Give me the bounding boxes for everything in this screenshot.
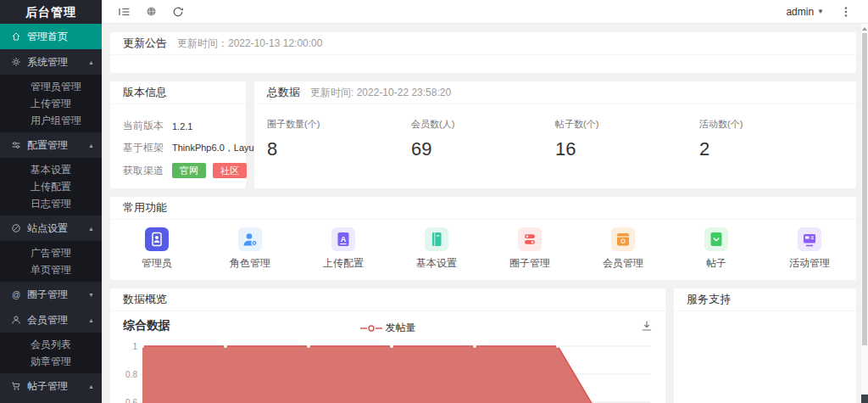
quick-item-circle-manage[interactable]: 圈子管理 — [483, 227, 576, 271]
quick-item-roles[interactable]: 角色管理 — [203, 227, 297, 271]
sidebar-subitem[interactable]: 上传管理 — [0, 95, 102, 112]
gear-icon — [11, 57, 21, 67]
upload-config-icon: A — [331, 227, 355, 251]
chart-title: 综合数据 — [123, 318, 170, 332]
quick-functions-card: 常用功能 管理员 角色管理 A 上传配置 基本设置 圈子管理 — [110, 197, 856, 280]
submenu-member: 会员列表 勋章管理 — [0, 333, 102, 373]
stat-label: 活动数(个) — [699, 118, 843, 131]
scrollbar-up-arrow-icon[interactable] — [862, 27, 867, 31]
sidebar-subitem[interactable]: 单页管理 — [0, 261, 102, 278]
overview-title: 数据概览 — [123, 292, 167, 307]
stat-members: 会员数(人) 69 — [411, 118, 555, 160]
sidebar-item-site[interactable]: 站点设置 — [0, 215, 102, 241]
quick-item-label: 圈子管理 — [509, 256, 550, 271]
version-row-value: 1.2.1 — [172, 121, 192, 132]
user-menu[interactable]: admin ▼ — [777, 6, 832, 18]
quick-item-label: 活动管理 — [789, 256, 830, 271]
sidebar-subitem[interactable]: 勋章管理 — [0, 353, 102, 370]
user-icon — [11, 315, 21, 325]
quick-item-label: 帖子 — [706, 256, 726, 271]
sidebar-item-config[interactable]: 配置管理 — [0, 132, 102, 158]
main-content: 更新公告 更新时间：2022-10-13 12:00:00 版本信息 当前版本 … — [102, 24, 856, 403]
topbar: admin ▼ — [102, 0, 868, 24]
sidebar-item-label: 系统管理 — [27, 55, 68, 70]
official-site-button[interactable]: 官网 — [172, 163, 206, 178]
submenu-site: 广告管理 单页管理 — [0, 241, 102, 282]
sidebar-subitem[interactable]: 广告管理 — [0, 244, 102, 261]
globe-icon — [146, 6, 157, 17]
compass-icon — [11, 223, 21, 233]
website-button[interactable] — [137, 0, 164, 23]
sidebar-subitem[interactable]: 日志管理 — [0, 195, 102, 212]
sidebar-subitem[interactable]: 用户组管理 — [0, 112, 102, 129]
channel-label: 获取渠道 — [123, 164, 164, 178]
post-box-icon — [704, 227, 728, 251]
member-card-icon — [611, 227, 635, 251]
community-button[interactable]: 社区 — [213, 163, 247, 178]
announcement-body — [110, 55, 856, 73]
activity-monitor-icon — [798, 227, 821, 251]
version-row-label: 当前版本 — [123, 119, 164, 133]
more-vertical-icon — [844, 6, 848, 18]
sidebar-item-label: 站点设置 — [27, 221, 68, 236]
quick-item-label: 上传配置 — [323, 256, 364, 271]
settings-book-icon — [425, 227, 448, 251]
vertical-scrollbar[interactable] — [861, 24, 868, 403]
download-chart-button[interactable] — [641, 320, 653, 334]
refresh-button[interactable] — [164, 0, 192, 23]
chevron-down-icon — [88, 292, 94, 298]
sidebar-item-circle[interactable]: @ 圈子管理 — [0, 282, 102, 307]
svg-text:1: 1 — [132, 342, 137, 351]
download-icon — [641, 320, 653, 332]
chevron-up-icon — [88, 143, 94, 148]
stat-label: 圈子数量(个) — [267, 118, 411, 131]
support-card: 服务支持 — [674, 288, 856, 403]
legend-item[interactable]: 发帖量 — [360, 321, 416, 335]
announcement-title: 更新公告 — [123, 36, 167, 51]
sidebar-item-home[interactable]: 管理首页 — [0, 24, 102, 49]
version-card: 版本信息 当前版本 1.2.1 基于框架 ThinkPhp6.0，Layui，M… — [110, 81, 246, 188]
stat-posts: 帖子数(个) 16 — [555, 118, 699, 160]
support-title: 服务支持 — [687, 292, 731, 307]
quick-item-member-manage[interactable]: 会员管理 — [576, 227, 670, 271]
cart-icon — [11, 381, 21, 391]
quick-item-upload-config[interactable]: A 上传配置 — [297, 227, 390, 271]
totals-title: 总数据 — [267, 85, 300, 100]
sidebar-item-system[interactable]: 系统管理 — [0, 49, 102, 75]
collapse-menu-button[interactable] — [110, 0, 137, 23]
quick-item-basic-settings[interactable]: 基本设置 — [390, 227, 483, 271]
sidebar-item-label: 管理首页 — [27, 30, 68, 44]
svg-text:0.8: 0.8 — [125, 370, 137, 379]
svg-text:A: A — [341, 235, 347, 243]
scrollbar-thumb[interactable] — [862, 33, 867, 345]
sidebar-subitem[interactable]: 会员列表 — [0, 336, 102, 353]
data-overview-card: 数据概览 综合数据 发帖量 00.20.40.60.81 — [110, 288, 665, 403]
quick-item-label: 管理员 — [142, 256, 172, 271]
quick-item-admin[interactable]: 管理员 — [110, 227, 203, 271]
sidebar-subitem[interactable]: 管理员管理 — [0, 78, 102, 95]
stat-value: 69 — [411, 138, 555, 160]
sidebar-subitem[interactable]: 上传配置 — [0, 178, 102, 195]
sidebar-item-label: 配置管理 — [27, 138, 68, 153]
sidebar-subitem[interactable]: 基本设置 — [0, 161, 102, 178]
sidebar-item-posts[interactable]: 帖子管理 — [0, 373, 102, 399]
quick-item-activity-manage[interactable]: 活动管理 — [763, 227, 856, 271]
username: admin — [786, 6, 814, 18]
more-menu-button[interactable] — [832, 0, 860, 23]
stat-value: 2 — [699, 138, 843, 160]
sliders-icon — [11, 140, 21, 150]
collapse-menu-icon — [118, 6, 131, 18]
stat-activities: 活动数(个) 2 — [699, 118, 843, 160]
legend-line-marker-icon — [360, 324, 382, 333]
chevron-up-icon — [88, 59, 94, 65]
overview-area-chart[interactable]: 00.20.40.60.81 — [123, 342, 653, 403]
sidebar: 后台管理 管理首页 系统管理 管理员管理 上传管理 用户组管理 配置管理 基本设… — [0, 0, 102, 403]
home-icon — [11, 31, 21, 42]
sidebar-item-label: 会员管理 — [27, 313, 68, 327]
chevron-up-icon — [88, 317, 94, 323]
stat-label: 会员数(人) — [411, 118, 555, 131]
version-row-label: 基于框架 — [123, 141, 164, 155]
sidebar-item-member[interactable]: 会员管理 — [0, 307, 102, 333]
quick-item-posts[interactable]: 帖子 — [670, 227, 763, 271]
scrollbar-bottom-button[interactable] — [861, 395, 868, 403]
